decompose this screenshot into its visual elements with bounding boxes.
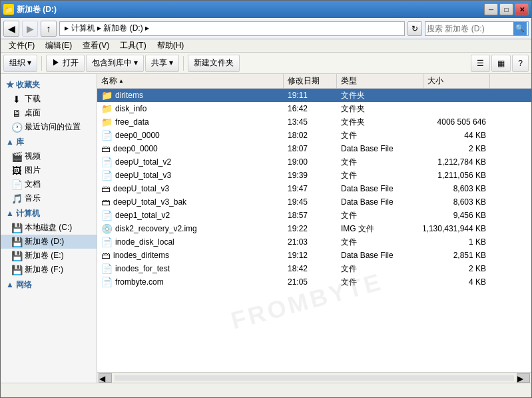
forward-button[interactable]: ▶ [22, 21, 38, 37]
address-bar: ◀ ▶ ↑ ↻ 🔍 [1, 18, 531, 39]
table-row[interactable]: 🗃 deepU_total_v3 19:47 Data Base File 8,… [97, 182, 531, 195]
table-row[interactable]: 📄 frombyte.com 21:05 文件 4 KB [97, 275, 531, 289]
h-scroll-left[interactable]: ◀ [99, 373, 112, 383]
file-name: 📄 deep1_total_v2 [97, 209, 284, 222]
sort-arrow: ▲ [119, 78, 124, 84]
file-icon: 📁 [101, 117, 113, 127]
minimize-button[interactable]: ─ [484, 3, 498, 15]
sidebar-item-c-drive[interactable]: 💾 本地磁盘 (C:) [1, 221, 97, 235]
view-details-button[interactable]: ▦ [491, 55, 511, 72]
sidebar-f-drive-label: 新加卷 (F:) [25, 264, 63, 275]
search-button[interactable]: 🔍 [513, 22, 527, 35]
table-row[interactable]: 📄 inode_disk_local 21:03 文件 1 KB [97, 235, 531, 249]
sidebar-item-d-drive[interactable]: 💾 新加卷 (D:) [1, 235, 97, 249]
file-size: 2,851 KB [423, 249, 490, 262]
menu-file[interactable]: 文件(F) [3, 39, 40, 52]
organize-button[interactable]: 组织 ▾ [3, 55, 37, 72]
close-button[interactable]: ✕ [515, 3, 529, 15]
recent-icon: 🕐 [11, 122, 22, 133]
table-row[interactable]: 📁 disk_info 16:42 文件夹 [97, 102, 531, 115]
file-size [423, 102, 490, 115]
file-size: 2 KB [423, 262, 490, 275]
back-button[interactable]: ◀ [3, 21, 19, 37]
e-drive-icon: 💾 [11, 251, 22, 261]
sidebar-item-desktop[interactable]: 🖥 桌面 [1, 106, 97, 120]
sidebar-section-computer[interactable]: ▲ 计算机 [1, 205, 97, 221]
refresh-button[interactable]: ↻ [407, 21, 422, 36]
table-row[interactable]: 💿 disk2_recovery_v2.img 19:22 IMG 文件 1,1… [97, 222, 531, 235]
main-content: FROMBYTE ★ 收藏夹 ⬇ 下载 🖥 桌面 🕐 最近访问的位置 ▲ 库 [1, 74, 531, 383]
f-drive-icon: 💾 [11, 265, 22, 275]
file-icon: 📄 [101, 277, 113, 287]
table-row[interactable]: 📄 inodes_for_test 18:42 文件 2 KB [97, 262, 531, 275]
table-row[interactable]: 🗃 inodes_diritems 19:12 Data Base File 2… [97, 249, 531, 262]
sidebar-item-e-drive[interactable]: 💾 新加卷 (E:) [1, 249, 97, 263]
col-header-type[interactable]: 类型 [337, 74, 423, 88]
table-row[interactable]: 🗃 deepU_total_v3_bak 19:45 Data Base Fil… [97, 195, 531, 209]
window-title: 新加卷 (D:) [17, 4, 484, 15]
table-row[interactable]: 📄 deepU_total_v3 19:39 文件 1,211,056 KB [97, 169, 531, 182]
file-icon: 📁 [101, 103, 113, 114]
file-date: 18:02 [284, 129, 337, 142]
file-size: 1,212,784 KB [423, 155, 490, 169]
video-icon: 🎬 [11, 151, 22, 162]
file-name: 📄 deep0_0000 [97, 129, 284, 142]
sidebar-video-label: 视频 [25, 151, 41, 162]
sidebar-item-recent[interactable]: 🕐 最近访问的位置 [1, 120, 97, 134]
pictures-icon: 🖼 [11, 165, 22, 176]
table-row[interactable]: 🗃 deep0_0000 18:07 Data Base File 2 KB [97, 142, 531, 155]
address-input[interactable] [59, 21, 405, 36]
col-header-name[interactable]: 名称 ▲ [97, 74, 284, 88]
file-name: 📄 deepU_total_v3 [97, 169, 284, 182]
file-type: 文件夹 [337, 89, 423, 102]
sidebar-item-f-drive[interactable]: 💾 新加卷 (F:) [1, 263, 97, 277]
search-box: 🔍 [425, 21, 529, 36]
file-date: 21:05 [284, 275, 337, 289]
menu-view[interactable]: 查看(V) [77, 39, 115, 52]
search-input[interactable] [427, 24, 513, 33]
open-button[interactable]: ▶ 打开 [46, 55, 84, 72]
table-row[interactable]: 📄 deep1_total_v2 18:57 文件 9,456 KB [97, 209, 531, 222]
menu-help[interactable]: 帮助(H) [152, 39, 190, 52]
window-controls: ─ □ ✕ [484, 3, 529, 15]
star-icon: ★ [6, 80, 14, 89]
file-icon: 🗃 [101, 183, 111, 194]
maximize-button[interactable]: □ [499, 3, 513, 15]
sidebar-section-network[interactable]: ▲ 网络 [1, 277, 97, 292]
h-scrollbar[interactable]: ◀ ▶ [97, 372, 531, 383]
file-type: 文件夹 [337, 102, 423, 115]
menu-tools[interactable]: 工具(T) [115, 39, 151, 52]
file-icon: 📄 [101, 210, 113, 221]
sidebar-item-video[interactable]: 🎬 视频 [1, 149, 97, 163]
table-row[interactable]: 📄 deep0_0000 18:02 文件 44 KB [97, 129, 531, 142]
h-scroll-right[interactable]: ▶ [517, 373, 530, 383]
help-toolbar-button[interactable]: ? [512, 55, 529, 72]
sidebar-d-drive-label: 新加卷 (D:) [25, 236, 64, 247]
new-folder-button[interactable]: 新建文件夹 [188, 55, 240, 72]
col-header-date[interactable]: 修改日期 [284, 74, 337, 88]
view-button[interactable]: ☰ [471, 55, 490, 72]
sidebar-item-pictures[interactable]: 🖼 图片 [1, 163, 97, 177]
sidebar-desktop-label: 桌面 [25, 107, 41, 119]
file-date: 19:11 [284, 89, 337, 102]
table-row[interactable]: 📁 free_data 13:45 文件夹 4006 505 646 [97, 115, 531, 129]
up-button[interactable]: ↑ [41, 21, 57, 37]
file-icon: 💿 [101, 223, 113, 234]
include-lib-button[interactable]: 包含到库中 ▾ [86, 55, 144, 72]
table-row[interactable]: 📁 diritems 19:11 文件夹 [97, 89, 531, 102]
file-date: 19:45 [284, 195, 337, 209]
sidebar-item-download[interactable]: ⬇ 下载 [1, 92, 97, 106]
file-icon: 📄 [101, 157, 113, 167]
sidebar-section-favorites[interactable]: ★ 收藏夹 [1, 77, 97, 92]
table-row[interactable]: 📄 deepU_total_v2 19:00 文件 1,212,784 KB [97, 155, 531, 169]
col-header-size[interactable]: 大小 [423, 74, 490, 88]
share-button[interactable]: 共享 ▾ [145, 55, 179, 72]
file-date: 19:12 [284, 249, 337, 262]
sidebar-item-documents[interactable]: 📄 文档 [1, 177, 97, 191]
file-size: 44 KB [423, 129, 490, 142]
sidebar-item-music[interactable]: 🎵 音乐 [1, 191, 97, 205]
file-date: 19:47 [284, 182, 337, 195]
sidebar-section-library[interactable]: ▲ 库 [1, 134, 97, 149]
file-icon: 🗃 [101, 197, 111, 207]
menu-edit[interactable]: 编辑(E) [40, 39, 77, 52]
